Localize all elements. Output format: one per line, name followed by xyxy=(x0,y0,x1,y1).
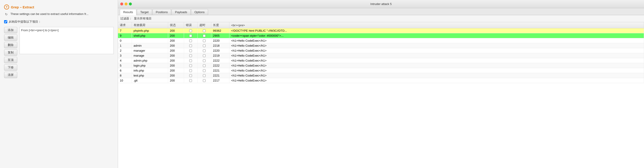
table-cell[interactable] xyxy=(198,28,211,33)
table-cell[interactable] xyxy=(184,68,198,73)
table-cell[interactable] xyxy=(198,48,211,53)
tab-positions[interactable]: Positions xyxy=(152,9,171,15)
table-cell[interactable] xyxy=(198,53,211,58)
panel-title: Grep – Extract xyxy=(11,5,34,9)
table-cell[interactable] xyxy=(184,58,198,63)
extract-list-item: From [<br><pre>] to [</pre>] xyxy=(21,28,112,32)
timeout-checkbox[interactable] xyxy=(203,34,206,37)
table-cell[interactable] xyxy=(184,73,198,78)
filter-bar: 过滤器： 显示所有项目 xyxy=(118,15,644,22)
table-cell[interactable] xyxy=(198,68,211,73)
timeout-checkbox[interactable] xyxy=(203,54,206,57)
tab-payloads[interactable]: Payloads xyxy=(172,9,190,15)
table-cell: 99362 xyxy=(211,28,229,33)
table-cell[interactable] xyxy=(184,53,198,58)
timeout-checkbox[interactable] xyxy=(203,64,206,67)
table-row[interactable]: 2manager2002220<h1>Hello CodeExec</h1> xyxy=(118,48,644,53)
col-header-length[interactable]: 长度 xyxy=(211,22,229,28)
top-button[interactable]: 至顶 xyxy=(4,57,17,63)
timeout-checkbox[interactable] xyxy=(203,69,206,72)
table-cell: 2219 xyxy=(211,53,229,58)
timeout-checkbox[interactable] xyxy=(203,59,206,62)
error-checkbox[interactable] xyxy=(189,64,192,67)
tab-results[interactable]: Results xyxy=(120,9,136,15)
table-cell: 200 xyxy=(168,53,184,58)
timeout-checkbox[interactable] xyxy=(203,29,206,32)
table-cell[interactable] xyxy=(184,28,198,33)
table-cell[interactable] xyxy=(198,63,211,68)
table-cell: <!DOCTYPE html PUBLIC "-//W3C//DTD... xyxy=(229,28,644,33)
close-button[interactable] xyxy=(120,2,123,5)
table-cell: 200 xyxy=(168,33,184,38)
error-checkbox[interactable] xyxy=(189,54,192,57)
delete-button[interactable]: 删除 xyxy=(4,42,17,48)
refresh-icon: ↻ xyxy=(4,12,8,16)
table-row[interactable]: 02002220<h1>Hello CodeExec</h1> xyxy=(118,38,644,43)
table-cell: 5 xyxy=(118,63,132,68)
error-checkbox[interactable] xyxy=(189,34,192,37)
col-header-timeout[interactable]: 超时 xyxy=(198,22,211,28)
add-button[interactable]: 添加 xyxy=(4,27,17,33)
table-cell[interactable] xyxy=(198,38,211,43)
table-cell[interactable] xyxy=(184,78,198,83)
error-checkbox[interactable] xyxy=(189,29,192,32)
table-row[interactable]: 7phpinfo.php20099362<!DOCTYPE html PUBLI… xyxy=(118,28,644,33)
error-checkbox[interactable] xyxy=(189,49,192,52)
table-cell[interactable] xyxy=(184,48,198,53)
table-row[interactable]: 4admin.php2002222<h1>Hello CodeExec</h1> xyxy=(118,58,644,63)
table-cell: 200 xyxy=(168,58,184,63)
table-row[interactable]: 6info.php2002221<h1>Hello CodeExec</h1> xyxy=(118,68,644,73)
table-cell[interactable] xyxy=(198,78,211,83)
minimize-button[interactable] xyxy=(124,2,128,5)
timeout-checkbox[interactable] xyxy=(203,74,206,77)
table-cell: 2905 xyxy=(211,33,229,38)
timeout-checkbox[interactable] xyxy=(203,49,206,52)
table-cell[interactable] xyxy=(184,63,198,68)
move-down-button[interactable]: 下移 xyxy=(4,64,17,71)
table-cell: 200 xyxy=(168,73,184,78)
table-cell[interactable] xyxy=(184,43,198,48)
table-cell[interactable] xyxy=(198,73,211,78)
table-cell: <h1>Hello CodeExec</h1> xyxy=(229,73,644,78)
description-row: ↻ These settings can be used to extract … xyxy=(4,12,114,16)
timeout-checkbox[interactable] xyxy=(203,79,206,82)
table-row[interactable]: 10.git2002217<h1>Hello CodeExec</h1> xyxy=(118,78,644,83)
col-header-status[interactable]: 状态 xyxy=(168,22,184,28)
col-header-error[interactable]: 错误 xyxy=(184,22,198,28)
table-cell: <h1>Hello CodeExec</h1> xyxy=(229,78,644,83)
error-checkbox[interactable] xyxy=(189,39,192,42)
maximize-button[interactable] xyxy=(129,2,132,5)
extract-checkbox[interactable] xyxy=(4,20,7,23)
timeout-checkbox[interactable] xyxy=(203,44,206,47)
error-checkbox[interactable] xyxy=(189,69,192,72)
col-header-extract[interactable]: <br><pre> xyxy=(229,22,644,28)
tab-target[interactable]: Target xyxy=(137,9,152,15)
table-cell: 7 xyxy=(118,28,132,33)
tab-options[interactable]: Options xyxy=(191,9,208,15)
col-header-payload[interactable]: 有效载荷 xyxy=(132,22,168,28)
extract-checkbox-row: 从响应中提取以下项目： xyxy=(4,20,114,24)
edit-button[interactable]: 编辑 xyxy=(4,34,17,41)
table-cell[interactable] xyxy=(198,58,211,63)
table-cell[interactable] xyxy=(184,38,198,43)
table-cell: phpinfo.php xyxy=(132,28,168,33)
error-checkbox[interactable] xyxy=(189,74,192,77)
timeout-checkbox[interactable] xyxy=(203,39,206,42)
window-title: Intruder attack 5 xyxy=(370,2,392,6)
error-checkbox[interactable] xyxy=(189,44,192,47)
table-cell[interactable] xyxy=(198,43,211,48)
table-cell[interactable] xyxy=(198,33,211,38)
copy-button[interactable]: 复制 xyxy=(4,49,17,56)
table-cell: 200 xyxy=(168,63,184,68)
results-table-container[interactable]: 请求 有效载荷 状态 错误 超时 长度 <br><pre> 7phpinfo.p… xyxy=(118,22,644,168)
col-header-request[interactable]: 请求 xyxy=(118,22,132,28)
error-checkbox[interactable] xyxy=(189,59,192,62)
clear-button[interactable]: 清屏 xyxy=(4,72,17,78)
table-row[interactable]: 1admin2002218<h1>Hello CodeExec</h1> xyxy=(118,43,644,48)
table-row[interactable]: 9shell.php2002905<code><span style="colo… xyxy=(118,33,644,38)
error-checkbox[interactable] xyxy=(189,79,192,82)
table-cell[interactable] xyxy=(184,33,198,38)
table-row[interactable]: 3manage2002219<h1>Hello CodeExec</h1> xyxy=(118,53,644,58)
table-row[interactable]: 8test.php2002221<h1>Hello CodeExec</h1> xyxy=(118,73,644,78)
table-row[interactable]: 5login.php2002222<h1>Hello CodeExec</h1> xyxy=(118,63,644,68)
